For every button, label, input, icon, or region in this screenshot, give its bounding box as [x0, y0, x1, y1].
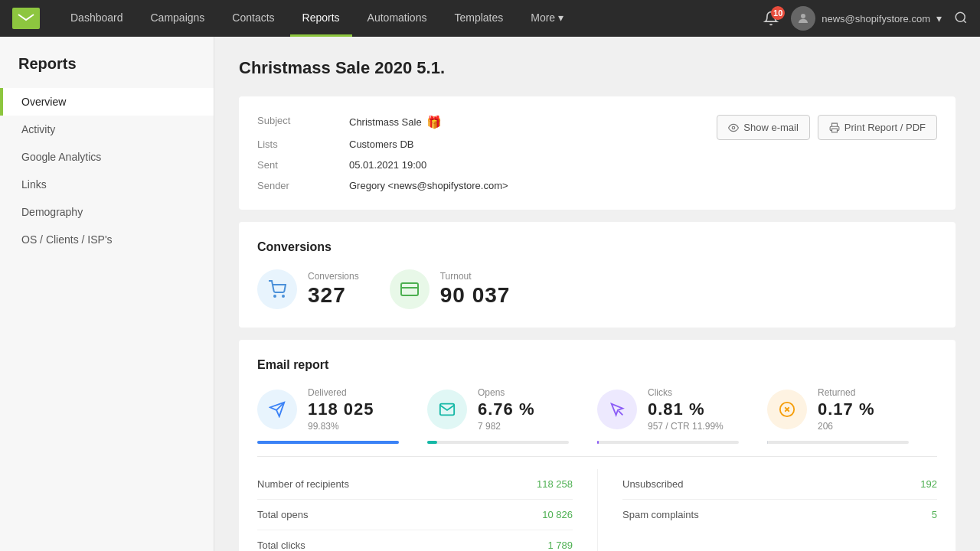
delivered-label: Delivered — [308, 387, 374, 398]
turnout-metric-text: Turnout 90 037 — [440, 271, 511, 308]
email-open-icon — [439, 401, 456, 418]
clicks-text: Clicks 0.81 % 957 / CTR 11.99% — [648, 387, 724, 432]
lists-label: Lists — [257, 139, 349, 150]
opens-progress-wrap — [427, 441, 569, 444]
sidebar-item-google-analytics[interactable]: Google Analytics — [0, 143, 214, 171]
returned-text: Returned 0.17 % 206 — [818, 387, 875, 432]
conversions-label: Conversions — [308, 271, 359, 282]
nav-dashboard[interactable]: Dashboard — [58, 0, 136, 37]
campaign-info-card: Subject Christmass Sale 🎁 Lists Customer… — [239, 96, 956, 210]
sidebar-item-overview[interactable]: Overview — [0, 88, 214, 116]
stat-row-total-opens: Total opens 10 826 — [257, 500, 573, 530]
sidebar: Reports Overview Activity Google Analyti… — [0, 37, 214, 551]
svg-line-12 — [619, 411, 623, 416]
returned-label: Returned — [818, 387, 875, 398]
stat-value-spam: 5 — [932, 509, 937, 520]
opens-text: Opens 6.76 % 7 982 — [478, 387, 535, 432]
conversions-metric: Conversions 327 — [257, 269, 359, 309]
nav-reports[interactable]: Reports — [290, 0, 352, 37]
returned-metric-item: Returned 0.17 % 206 — [767, 387, 925, 432]
notification-badge: 10 — [771, 6, 785, 20]
stat-label-recipients: Number of recipients — [257, 478, 349, 490]
money-icon — [400, 280, 419, 298]
subject-value: Christmass Sale 🎁 — [349, 115, 717, 129]
opens-sub: 7 982 — [478, 421, 535, 432]
svg-point-2 — [956, 12, 965, 21]
clicks-icon-bg — [597, 390, 637, 429]
clicks-label: Clicks — [648, 387, 724, 398]
nav-templates[interactable]: Templates — [442, 0, 515, 37]
sidebar-item-demography[interactable]: Demography — [0, 198, 214, 226]
send-icon — [269, 401, 286, 418]
stat-value-total-clicks: 1 789 — [547, 540, 573, 551]
svg-point-1 — [801, 14, 805, 18]
logo[interactable] — [12, 8, 40, 29]
nav-automations[interactable]: Automations — [355, 0, 439, 37]
email-report-card: Email report Delivered 118 025 — [239, 340, 956, 551]
turnout-icon-bg — [390, 269, 430, 309]
returned-progress-wrap — [767, 441, 909, 444]
stat-label-unsubscribed: Unsubscribed — [622, 478, 684, 490]
stat-label-total-clicks: Total clicks — [257, 540, 305, 551]
sender-label: Sender — [257, 180, 349, 191]
delivered-progress-bar — [257, 441, 399, 444]
opens-icon-bg — [427, 390, 467, 429]
print-icon — [829, 122, 840, 133]
delivered-progress-wrap — [257, 441, 399, 444]
user-menu-button[interactable]: news@shopifystore.com ▾ — [791, 6, 942, 31]
nav-more[interactable]: More ▾ — [518, 0, 576, 37]
delivered-value: 118 025 — [308, 399, 374, 419]
delivered-metric-item: Delivered 118 025 99.83% — [257, 387, 415, 432]
nav-campaigns[interactable]: Campaigns — [139, 0, 217, 37]
svg-point-4 — [733, 126, 736, 129]
stat-value-recipients: 118 258 — [537, 478, 573, 490]
sender-value: Gregory <news@shopifystore.com> — [349, 180, 717, 191]
conversions-title: Conversions — [257, 240, 937, 254]
stat-value-total-opens: 10 826 — [542, 509, 573, 520]
opens-progress-bar — [427, 441, 437, 444]
search-button[interactable] — [954, 11, 968, 27]
stat-value-unsubscribed: 192 — [920, 478, 937, 490]
nav-contacts[interactable]: Contacts — [220, 0, 286, 37]
show-email-button[interactable]: Show e-mail — [717, 115, 810, 140]
sidebar-item-os-clients-isps[interactable]: OS / Clients / ISP's — [0, 226, 214, 253]
notifications-button[interactable]: 10 — [763, 11, 779, 26]
cart-icon — [268, 280, 286, 298]
clicks-progress-bar — [597, 441, 599, 444]
print-report-button[interactable]: Print Report / PDF — [818, 115, 937, 140]
stat-label-spam: Spam complaints — [622, 509, 699, 520]
delivered-text: Delivered 118 025 99.83% — [308, 387, 374, 432]
sidebar-item-links[interactable]: Links — [0, 171, 214, 198]
nav-links: Dashboard Campaigns Contacts Reports Aut… — [58, 0, 763, 37]
svg-point-7 — [283, 295, 284, 297]
clicks-metric: Clicks 0.81 % 957 / CTR 11.99% — [597, 387, 767, 444]
delivered-metric: Delivered 118 025 99.83% — [257, 387, 427, 444]
delivered-pct: 99.83% — [308, 421, 374, 432]
top-navigation: Dashboard Campaigns Contacts Reports Aut… — [0, 0, 980, 37]
email-report-title: Email report — [257, 358, 937, 372]
svg-rect-5 — [831, 129, 837, 132]
avatar — [791, 6, 815, 31]
stat-row-total-clicks: Total clicks 1 789 — [257, 530, 573, 551]
opens-value: 6.76 % — [478, 399, 535, 419]
delivered-icon-bg — [257, 390, 297, 429]
cursor-icon — [609, 401, 626, 418]
opens-metric: Opens 6.76 % 7 982 — [427, 387, 597, 444]
returned-metric: Returned 0.17 % 206 — [767, 387, 937, 444]
clicks-value: 0.81 % — [648, 399, 724, 419]
sidebar-item-activity[interactable]: Activity — [0, 116, 214, 143]
chevron-down-icon: ▾ — [558, 11, 564, 24]
stats-grid: Number of recipients 118 258 Total opens… — [257, 469, 937, 551]
conversions-metrics: Conversions 327 Turnout 90 037 — [257, 269, 937, 309]
conversions-number: 327 — [308, 283, 359, 308]
user-chevron-icon: ▾ — [936, 12, 942, 24]
opens-metric-item: Opens 6.76 % 7 982 — [427, 387, 585, 432]
sent-label: Sent — [257, 159, 349, 171]
stat-label-total-opens: Total opens — [257, 509, 309, 520]
returned-sub: 206 — [818, 421, 875, 432]
gift-emoji: 🎁 — [426, 115, 442, 129]
main-layout: Reports Overview Activity Google Analyti… — [0, 37, 980, 551]
lists-value: Customers DB — [349, 139, 717, 150]
page-title: Christmass Sale 2020 5.1. — [239, 58, 956, 78]
conversions-icon — [257, 269, 297, 309]
